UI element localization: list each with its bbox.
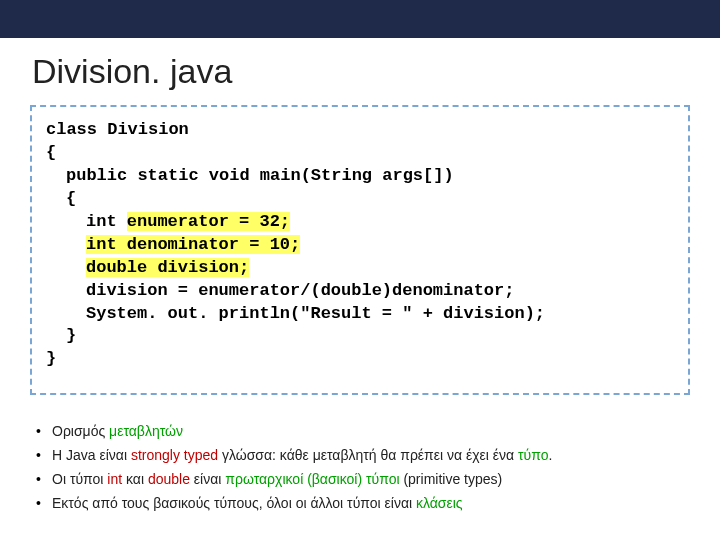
- code-line: {: [46, 188, 674, 211]
- slide-content: Division. java class Division { public s…: [0, 38, 720, 514]
- highlight: enumerator = 32;: [127, 212, 290, 231]
- keyword: κλάσεις: [416, 495, 463, 511]
- text: .: [549, 447, 553, 463]
- code-line: }: [46, 348, 674, 371]
- code-line: System. out. println("Result = " + divis…: [46, 303, 674, 326]
- text: και: [122, 471, 148, 487]
- bullet-list: Ορισμός μεταβλητών Η Java είναι strongly…: [30, 421, 690, 514]
- keyword: μεταβλητών: [109, 423, 183, 439]
- text: Οι τύποι: [52, 471, 107, 487]
- code-line: }: [46, 325, 674, 348]
- keyword: int: [107, 471, 122, 487]
- top-bar: [0, 0, 720, 38]
- code-line: division = enumerator/(double)denominato…: [46, 280, 674, 303]
- code-line: int enumerator = 32;: [46, 211, 674, 234]
- code-line: int denominator = 10;: [46, 234, 674, 257]
- code-line: public static void main(String args[]): [46, 165, 674, 188]
- keyword: strongly typed: [131, 447, 218, 463]
- keyword: double: [148, 471, 190, 487]
- text: γλώσσα: κάθε μεταβλητή θα πρέπει να έχει…: [218, 447, 518, 463]
- text: είναι: [190, 471, 225, 487]
- slide-title: Division. java: [32, 52, 690, 91]
- code-line: {: [46, 142, 674, 165]
- text: Η Java είναι: [52, 447, 131, 463]
- code-text: int: [86, 212, 127, 231]
- list-item: Εκτός από τους βασικούς τύπους, όλοι οι …: [30, 493, 690, 514]
- text: Ορισμός: [52, 423, 109, 439]
- code-block: class Division { public static void main…: [30, 105, 690, 395]
- list-item: Η Java είναι strongly typed γλώσσα: κάθε…: [30, 445, 690, 466]
- highlight: int denominator = 10;: [86, 235, 300, 254]
- text: (primitive types): [400, 471, 503, 487]
- highlight: double division;: [86, 258, 249, 277]
- list-item: Οι τύποι int και double είναι πρωταρχικο…: [30, 469, 690, 490]
- keyword: τύπο: [518, 447, 548, 463]
- list-item: Ορισμός μεταβλητών: [30, 421, 690, 442]
- text: Εκτός από τους βασικούς τύπους, όλοι οι …: [52, 495, 416, 511]
- keyword: πρωταρχικοί (βασικοί) τύποι: [225, 471, 399, 487]
- code-line: class Division: [46, 119, 674, 142]
- code-line: double division;: [46, 257, 674, 280]
